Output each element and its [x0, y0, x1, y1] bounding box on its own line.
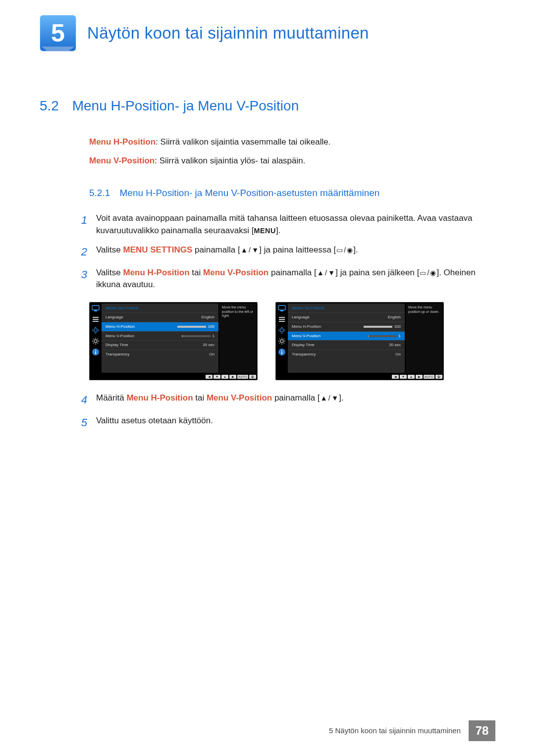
slash: / — [249, 247, 251, 253]
info-icon — [92, 348, 100, 356]
step1-a: Voit avata avainoppaan painamalla mitä t… — [96, 213, 473, 235]
step5-a: Valittu asetus otetaan käyttöön. — [96, 416, 213, 425]
step4-b: painamalla [ — [272, 393, 320, 403]
def-h-text: : Siirrä valikon sijaintia vasemmalle ta… — [156, 137, 330, 147]
enter-icon: ◉ — [347, 247, 353, 253]
step2-d: ]. — [353, 245, 358, 254]
step-num: 5 — [76, 415, 87, 431]
svg-rect-14 — [279, 321, 285, 322]
step-2: 2 Valitse MENU SETTINGS painamalla [▲/▼]… — [76, 244, 495, 260]
step2-a: Valitse — [96, 245, 123, 254]
osd-sidebar — [276, 303, 288, 373]
table-row: Menu V-Position1 — [102, 331, 218, 341]
svg-rect-5 — [94, 329, 97, 332]
monitor-icon — [92, 304, 100, 312]
footer-text: 5 Näytön koon tai sijainnin muuttaminen — [329, 725, 461, 736]
section-number: 5.2 — [40, 98, 59, 113]
gear-icon — [92, 337, 100, 345]
svg-rect-1 — [94, 310, 97, 311]
slash: / — [427, 269, 429, 276]
step-num: 3 — [76, 267, 87, 291]
svg-point-16 — [280, 340, 283, 343]
svg-rect-4 — [93, 321, 99, 322]
auto-button: AUTO — [237, 375, 248, 379]
row-label: Display Time — [288, 341, 341, 350]
step3-b: painamalla [ — [268, 268, 316, 277]
osd-tooltip: Move the menu position up or down. — [406, 303, 442, 373]
table-row: LanguageEnglish — [288, 313, 405, 322]
slash: / — [344, 247, 346, 253]
row-value: 20 sec — [155, 341, 219, 350]
arrow-left-icon: ◀ — [392, 375, 399, 379]
step-num: 4 — [76, 392, 87, 408]
step-3: 3 Valitse Menu H-Position tai Menu V-Pos… — [76, 267, 495, 291]
osd-title: MENU SETTINGS — [288, 303, 405, 313]
arrow-down-icon: ▼ — [252, 247, 259, 253]
step4-a: Määritä — [96, 393, 126, 403]
osd-table: LanguageEnglish Menu H-Position100 Menu … — [102, 312, 218, 358]
page-footer: 5 Näytön koon tai sijainnin muuttaminen … — [329, 720, 495, 741]
arrow-up-icon: ▲ — [408, 375, 415, 379]
row-value: On — [341, 350, 405, 358]
svg-rect-2 — [93, 317, 99, 318]
row-value: 1 — [341, 331, 405, 341]
definition-v: Menu V-Position: Siirrä valikon sijainti… — [89, 155, 495, 167]
auto-button: AUTO — [424, 375, 434, 379]
v-pos-emph: Menu V-Position — [207, 393, 272, 403]
svg-rect-19 — [281, 350, 282, 351]
arrow-right-icon: ▶ — [229, 375, 236, 379]
menu-settings-emph: MENU SETTINGS — [123, 245, 193, 254]
arrow-up-icon: ▲ — [221, 375, 228, 379]
row-value: 100 — [341, 322, 405, 332]
svg-rect-9 — [95, 350, 96, 351]
v-pos-emph: Menu V-Position — [203, 268, 268, 277]
move-icon — [92, 326, 100, 334]
table-row: Display Time20 sec — [288, 341, 405, 350]
slash: / — [325, 269, 327, 276]
step-4: 4 Määritä Menu H-Position tai Menu V-Pos… — [76, 392, 495, 408]
arrow-down-icon: ▼ — [400, 375, 407, 379]
row-label: Display Time — [102, 341, 155, 350]
list-icon — [92, 315, 100, 323]
move-icon — [278, 326, 286, 334]
svg-point-6 — [94, 340, 97, 343]
term-v: Menu V-Position — [89, 156, 155, 165]
osd-main: MENU SETTINGS LanguageEnglish Menu H-Pos… — [102, 303, 218, 373]
svg-rect-8 — [95, 351, 96, 354]
def-v-text: : Siirrä valikon sijaintia ylös- tai ala… — [155, 156, 305, 165]
step3-c: ] ja paina sen jälkeen [ — [335, 268, 419, 277]
table-row: Display Time20 sec — [102, 341, 218, 350]
svg-rect-12 — [279, 317, 285, 318]
chapter-header: 5 Näytön koon tai sijainnin muuttaminen — [40, 15, 495, 51]
step4-c: ]. — [339, 393, 343, 403]
step-num: 1 — [76, 212, 87, 237]
rect-icon: ▭ — [336, 247, 343, 253]
row-value: On — [155, 350, 219, 358]
osd-button-bar: ◀ ▼ ▲ ▶ AUTO ⏻ — [276, 374, 443, 380]
h-pos-emph: Menu H-Position — [126, 393, 193, 403]
row-label: Language — [288, 313, 341, 322]
svg-rect-3 — [93, 319, 99, 320]
chapter-number: 5 — [40, 15, 76, 51]
page-number: 78 — [469, 720, 495, 741]
slash: / — [328, 395, 330, 402]
row-value: 100 — [155, 322, 219, 332]
chapter-title: Näytön koon tai sijainnin muuttaminen — [87, 21, 369, 45]
table-row-selected: Menu H-Position100 — [102, 322, 218, 332]
table-row: TransparencyOn — [288, 350, 405, 358]
list-icon — [278, 315, 286, 323]
row-value: English — [155, 313, 219, 322]
subsection-header: 5.2.1 Menu H-Position- ja Menu V-Positio… — [89, 186, 495, 200]
row-label: Menu H-Position — [102, 322, 155, 332]
step1-b: ]. — [276, 226, 280, 235]
step-5: 5 Valittu asetus otetaan käyttöön. — [76, 415, 495, 431]
table-row: Menu H-Position100 — [288, 322, 405, 332]
chapter-badge: 5 — [40, 15, 76, 51]
table-row: LanguageEnglish — [102, 313, 218, 322]
power-icon: ⏻ — [249, 375, 256, 379]
gear-icon — [278, 337, 286, 345]
menu-label: MENU — [254, 227, 276, 235]
step-1: 1 Voit avata avainoppaan painamalla mitä… — [76, 212, 495, 237]
step2-b: painamalla [ — [192, 245, 240, 254]
h-pos-emph: Menu H-Position — [123, 268, 190, 277]
